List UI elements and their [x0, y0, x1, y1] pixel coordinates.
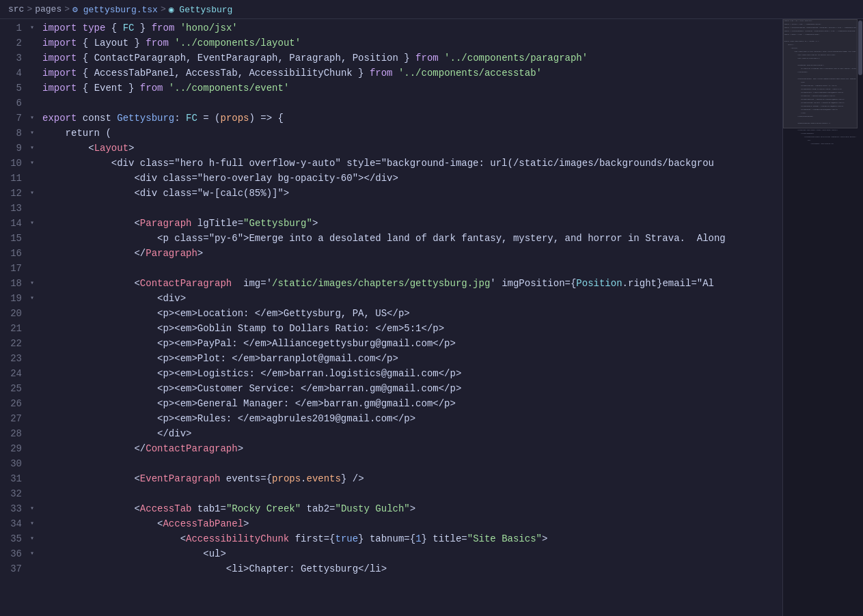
code-token: } />	[341, 471, 364, 486]
breadcrumb-src[interactable]: src	[8, 4, 24, 14]
code-token: AccessTabPanel	[163, 516, 243, 531]
code-token: 'hono/jsx'	[174, 20, 237, 36]
code-token: props	[220, 111, 249, 126]
code-token: from	[140, 81, 163, 96]
code-token: import	[42, 81, 77, 96]
fold-gutter[interactable]: ▾	[30, 276, 42, 291]
code-token: </	[42, 246, 146, 261]
fold-gutter[interactable]: ▾	[30, 156, 42, 171]
breadcrumb-file[interactable]: ⚙ gettysburg.tsx	[72, 4, 158, 15]
code-line: ▾ <div>	[30, 291, 782, 306]
fold-gutter[interactable]: ▾	[30, 141, 42, 156]
line-number: 23	[3, 351, 22, 366]
line-number: 4	[3, 66, 22, 81]
code-token: '../components/layout'	[169, 36, 301, 51]
code-token: const	[77, 111, 117, 126]
code-token: props	[272, 471, 301, 486]
code-token: import	[42, 51, 77, 66]
fold-gutter[interactable]: ▾	[30, 516, 42, 531]
code-token: events={	[220, 471, 272, 486]
code-token: FC	[123, 20, 135, 36]
code-token: <p><em>Logistics: </em>barran.logistics@…	[42, 366, 461, 381]
code-token: import	[42, 66, 77, 81]
code-line: ▾ <Paragraph lgTitle="Gettysburg">	[30, 216, 782, 231]
code-line: ▾ return (	[30, 126, 782, 141]
fold-gutter[interactable]: ▾	[30, 531, 42, 546]
code-line: ▾import type { FC } from 'hono/jsx'	[30, 20, 782, 36]
code-token: from	[370, 66, 393, 81]
code-token: <p class="py-6">Emerge into a desolated …	[42, 231, 726, 246]
code-line: <li>Chapter: Gettysburg</li>	[30, 561, 782, 576]
minimap: import type { FC } from 'hono/jsx'import…	[782, 19, 858, 616]
fold-gutter[interactable]: ▾	[30, 291, 42, 306]
code-line: import { AccessTabPanel, AccessTab, Acce…	[30, 66, 782, 81]
fold-gutter[interactable]: ▾	[30, 216, 42, 231]
line-number: 22	[3, 336, 22, 351]
line-number: 14	[3, 216, 22, 231]
code-line: <p><em>Customer Service: </em>barran.gm@…	[30, 381, 782, 396]
code-line: <p><em>Location: </em>Gettysburg, PA, US…	[30, 306, 782, 321]
line-number: 31	[3, 471, 22, 486]
code-line: <p><em>Goblin Stamp to Dollars Ratio: </…	[30, 321, 782, 336]
code-token: <div>	[42, 291, 186, 306]
line-number: 32	[3, 486, 22, 501]
code-token: Paragraph	[140, 216, 192, 231]
code-token: <	[42, 531, 186, 546]
code-token: >	[238, 441, 243, 456]
code-token: <div class="hero-overlay bg-opacity-60">…	[42, 171, 398, 186]
code-line: ▾ <AccessibilityChunk first={true} tabnu…	[30, 531, 782, 546]
code-token: <p><em>Goblin Stamp to Dollars Ratio: </…	[42, 321, 444, 336]
code-token: { Event }	[77, 81, 139, 96]
code-token: true	[335, 531, 359, 546]
code-token: /static/images/chapters/gettysburg.jpg	[272, 276, 490, 291]
line-number: 18	[3, 276, 22, 291]
code-line	[30, 201, 782, 216]
code-token: <p><em>Location: </em>Gettysburg, PA, US…	[42, 306, 410, 321]
code-token: tab2=	[301, 501, 335, 516]
scrollbar[interactable]	[858, 19, 863, 616]
breadcrumb-component[interactable]: ◉ Gettysburg	[169, 4, 233, 15]
breadcrumb-pages[interactable]: pages	[35, 4, 61, 14]
code-token: import	[42, 20, 83, 36]
line-number: 36	[3, 546, 22, 561]
code-line	[30, 96, 782, 111]
code-token: .	[622, 276, 628, 291]
code-token: >	[410, 501, 415, 516]
scrollbar-thumb[interactable]	[858, 20, 862, 75]
code-token: <p><em>Customer Service: </em>barran.gm@…	[42, 381, 461, 396]
breadcrumb-sep1: >	[27, 4, 32, 14]
code-token: <	[42, 276, 140, 291]
fold-gutter[interactable]: ▾	[30, 501, 42, 516]
fold-gutter[interactable]: ▾	[30, 126, 42, 141]
code-token: first={	[289, 531, 335, 546]
code-line: </Paragraph>	[30, 246, 782, 261]
line-number: 2	[3, 36, 22, 51]
fold-gutter[interactable]: ▾	[30, 186, 42, 201]
fold-gutter[interactable]: ▾	[30, 546, 42, 561]
line-number: 30	[3, 456, 22, 471]
fold-gutter[interactable]: ▾	[30, 111, 42, 126]
code-token: >	[128, 141, 134, 156]
code-token: export	[42, 111, 77, 126]
breadcrumb-sep2: >	[64, 4, 70, 14]
code-token: >	[542, 531, 547, 546]
code-token: Layout	[94, 141, 128, 156]
code-token: events	[307, 471, 341, 486]
code-token: ContactParagraph	[140, 276, 232, 291]
line-number: 11	[3, 171, 22, 186]
code-token: AccessTab	[140, 501, 192, 516]
code-line: ▾ <AccessTab tab1="Rocky Creek" tab2="Du…	[30, 501, 782, 516]
code-line: </div>	[30, 426, 782, 441]
code-line: <p><em>Plot: </em>barranplot@gmail.com</…	[30, 351, 782, 366]
code-line: <p><em>Logistics: </em>barran.logistics@…	[30, 366, 782, 381]
code-token: ' imgPosition={	[490, 276, 576, 291]
code-area[interactable]: ▾import type { FC } from 'hono/jsx'impor…	[27, 19, 782, 616]
code-token: >	[312, 216, 318, 231]
fold-gutter[interactable]: ▾	[30, 20, 42, 36]
code-token: img='	[232, 276, 272, 291]
line-numbers: 1234567891011121314151617181920212223242…	[0, 19, 27, 616]
code-token: >	[243, 516, 249, 531]
line-number: 3	[3, 51, 22, 66]
line-number: 8	[3, 126, 22, 141]
line-number: 37	[3, 561, 22, 576]
